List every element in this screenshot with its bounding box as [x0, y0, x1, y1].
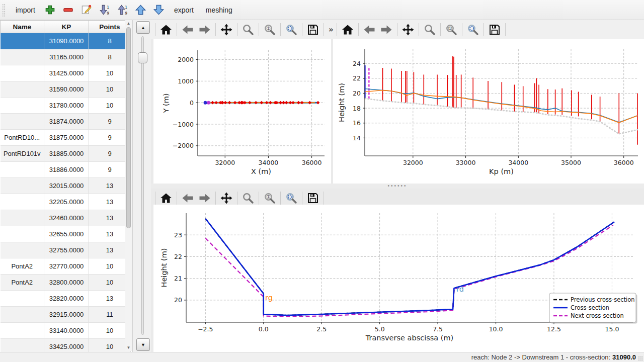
zoom-button[interactable] [240, 22, 256, 38]
add-button[interactable] [42, 2, 58, 18]
toolbar-separator [177, 192, 177, 205]
toolbar-grip[interactable] [2, 4, 6, 17]
home-button[interactable] [340, 22, 356, 38]
sort-ascending-button[interactable] [115, 2, 131, 18]
toolbar-separator [324, 192, 324, 205]
column-header-name[interactable]: Name [1, 21, 44, 33]
svg-text:0: 0 [190, 99, 194, 107]
profile-plot-toolbar [335, 20, 507, 39]
cross-section-table-panel: NameKPPoints 31090.0000831165.0000831425… [0, 20, 133, 352]
toolbar-overflow-button[interactable]: » [327, 25, 336, 34]
cross-section-slider: ▲ ▼ [135, 21, 151, 351]
pan-button[interactable] [218, 22, 234, 38]
forward-button[interactable] [378, 22, 394, 38]
pan-button[interactable] [400, 22, 416, 38]
forward-button[interactable] [197, 22, 213, 38]
meshing-button[interactable]: meshing [201, 4, 237, 16]
svg-text:rg: rg [265, 294, 273, 302]
zoom-one-button[interactable] [262, 22, 278, 38]
table-row[interactable]: 32015.000013 [1, 178, 131, 194]
save-icon [307, 24, 319, 36]
table-row[interactable]: 32655.000013 [1, 226, 131, 242]
horizontal-splitter[interactable]: •••••• [151, 184, 644, 189]
table-row[interactable]: 31590.000010 [1, 81, 131, 98]
cross-section-plot-canvas[interactable]: rgrd−2.50.02.55.07.510.012.515.020212223… [153, 205, 644, 352]
svg-text:15.0: 15.0 [605, 325, 619, 333]
pan-button[interactable] [218, 190, 234, 206]
table-row[interactable]: 32205.000013 [1, 194, 131, 210]
home-button[interactable] [158, 22, 174, 38]
forward-button[interactable] [197, 190, 213, 206]
column-header-kp[interactable]: KP [44, 21, 89, 33]
application-window: import export meshing NameKPPoints 31090… [0, 0, 644, 362]
save-button[interactable] [487, 22, 503, 38]
svg-text:20: 20 [353, 89, 361, 97]
zoom-selection-icon [285, 24, 297, 36]
svg-text:X (m): X (m) [251, 167, 271, 175]
profile-plot-canvas[interactable]: 3200033000340003500036000141618202224Kp … [333, 39, 644, 184]
toolbar-separator [280, 192, 281, 205]
svg-text:36000: 36000 [614, 159, 634, 166]
plan-plot-canvas[interactable]: 320003400036000−2000−1000010002000X (m)Y… [153, 39, 331, 184]
remove-button[interactable] [60, 2, 76, 18]
slider-down-button[interactable]: ▼ [136, 338, 150, 351]
svg-text:33000: 33000 [456, 159, 476, 166]
table-scrollbar[interactable]: ▲ ▼ [125, 20, 132, 351]
table-row[interactable]: 32755.000013 [1, 242, 131, 258]
table-row[interactable]: 31165.00008 [1, 49, 131, 65]
svg-text:Kp (m): Kp (m) [489, 167, 514, 175]
resize-grip[interactable] [638, 356, 643, 361]
slider-up-button[interactable]: ▲ [136, 21, 150, 34]
status-text: reach: Node 2 -> Downstream 1 - cross-se… [471, 353, 610, 361]
table-row[interactable]: PontRD10...31875.00009 [1, 130, 131, 146]
zoom-one-button[interactable] [262, 190, 278, 206]
zoom-selection-button[interactable] [283, 22, 299, 38]
column-header-points[interactable]: Points [89, 21, 131, 33]
pan-icon [220, 24, 232, 36]
table-row[interactable]: 31886.00009 [1, 162, 131, 178]
save-button[interactable] [305, 190, 321, 206]
move-down-button[interactable] [151, 2, 167, 18]
table-row[interactable]: 31425.000010 [1, 65, 131, 81]
toolbar-separator [462, 23, 462, 36]
table-row[interactable]: 31780.000010 [1, 98, 131, 114]
zoom-selection-button[interactable] [283, 190, 299, 206]
table-row[interactable]: 31090.00008 [1, 33, 131, 49]
save-button[interactable] [305, 22, 321, 38]
import-button[interactable]: import [11, 4, 40, 16]
toolbar-separator [419, 23, 419, 36]
zoom-button[interactable] [422, 22, 438, 38]
sort-descending-button[interactable] [97, 2, 113, 18]
table-row[interactable]: 32915.000011 [1, 307, 131, 323]
home-button[interactable] [158, 190, 174, 206]
slider-handle[interactable] [138, 52, 147, 63]
export-button[interactable]: export [169, 4, 199, 16]
back-button[interactable] [361, 22, 377, 38]
svg-text:7.5: 7.5 [433, 325, 443, 333]
table-row[interactable]: 32460.000013 [1, 210, 131, 226]
table-row[interactable]: PontRD101v31885.00009 [1, 146, 131, 162]
table-row[interactable]: 31874.00009 [1, 114, 131, 130]
slider-track[interactable] [141, 36, 144, 335]
table-row[interactable]: PontA232800.000010 [1, 275, 131, 291]
table-row[interactable]: 32820.000013 [1, 291, 131, 307]
svg-text:16: 16 [353, 119, 361, 127]
plots-area: » 320003400036000−2000−1000010002000X (m… [151, 20, 644, 352]
zoom-selection-icon [467, 24, 479, 36]
scroll-up-icon[interactable]: ▲ [125, 20, 132, 27]
scroll-down-icon[interactable]: ▼ [125, 344, 132, 351]
svg-text:24: 24 [353, 60, 361, 67]
table-row[interactable]: 33140.000010 [1, 323, 131, 339]
zoom-selection-button[interactable] [465, 22, 481, 38]
zoom-one-button[interactable] [443, 22, 459, 38]
back-button[interactable] [180, 190, 196, 206]
edit-button[interactable] [78, 2, 95, 18]
table-scrollbar-thumb[interactable] [126, 27, 131, 228]
back-button[interactable] [180, 22, 196, 38]
table-row[interactable]: PontA232770.000010 [1, 258, 131, 275]
zoom-button[interactable] [240, 190, 256, 206]
svg-text:Cross-section: Cross-section [571, 304, 609, 311]
toolbar-separator [155, 23, 155, 36]
table-header: NameKPPoints [1, 21, 131, 33]
move-up-button[interactable] [133, 2, 149, 18]
